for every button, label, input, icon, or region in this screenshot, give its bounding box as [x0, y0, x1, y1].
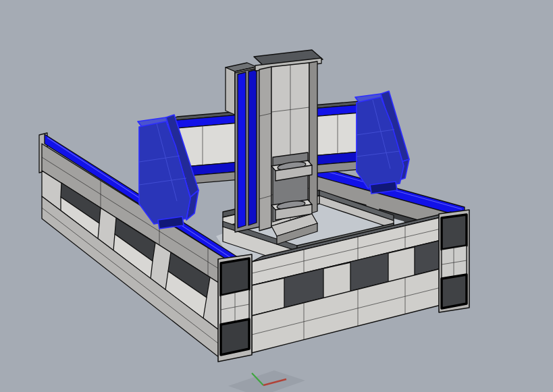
z-rail-strip	[238, 72, 246, 228]
z-axis-column[interactable]	[226, 50, 323, 244]
model-scene[interactable]	[0, 0, 553, 392]
tube-end-opening	[442, 215, 467, 250]
tube-end-opening	[221, 319, 249, 355]
tube-end-opening	[442, 275, 467, 308]
z-rail-strip	[248, 69, 257, 225]
motor-mount-side	[226, 67, 235, 115]
cad-viewport[interactable]	[0, 0, 553, 392]
column-side-face	[259, 67, 271, 231]
column-right-sliver	[309, 61, 317, 214]
corner-mid-section	[442, 246, 467, 279]
